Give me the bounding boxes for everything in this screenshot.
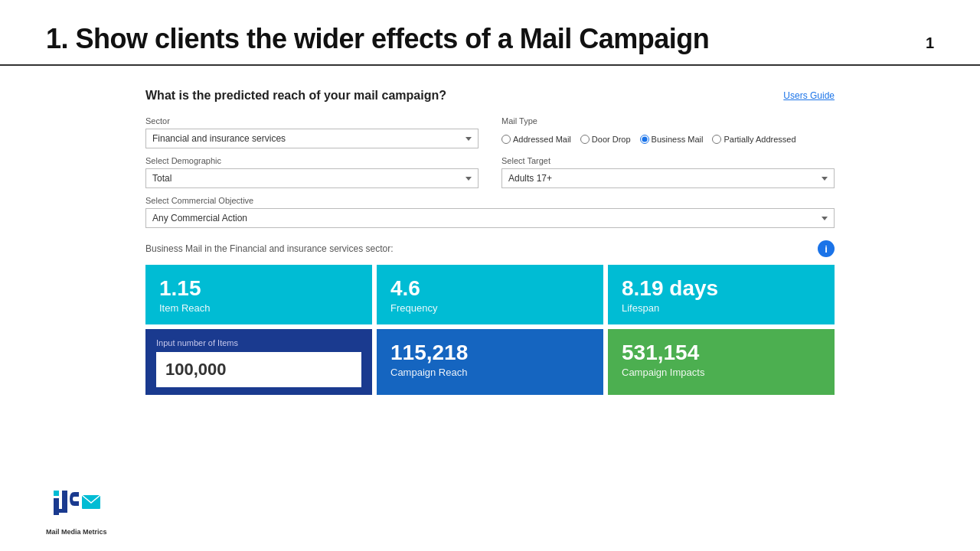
info-text: Business Mail in the Financial and insur… xyxy=(145,243,393,254)
input-items-label: Input number of Items xyxy=(156,338,361,347)
demographic-label: Select Demographic xyxy=(145,156,479,165)
lifespan-label: Lifespan xyxy=(622,302,821,314)
frequency-label: Frequency xyxy=(390,302,590,314)
sector-label: Sector xyxy=(145,116,479,126)
campaign-reach-card: 115,218 Campaign Reach xyxy=(377,329,603,395)
bottom-cards-row: Input number of Items 115,218 Campaign R… xyxy=(145,329,835,395)
frequency-card: 4.6 Frequency xyxy=(377,265,603,324)
input-items-field[interactable] xyxy=(156,352,361,387)
radio-door-drop[interactable]: Door Drop xyxy=(580,135,631,144)
demographic-group: Select Demographic Total Male Female xyxy=(145,156,479,188)
svg-rect-4 xyxy=(62,491,67,513)
item-reach-label: Item Reach xyxy=(159,302,358,314)
question-text: What is the predicted reach of your mail… xyxy=(145,89,446,103)
users-guide-link[interactable]: Users Guide xyxy=(783,90,835,101)
svg-rect-5 xyxy=(57,509,63,513)
header: 1. Show clients the wider effects of a M… xyxy=(0,0,980,66)
campaign-impacts-label: Campaign Impacts xyxy=(622,367,821,378)
campaign-impacts-value: 531,154 xyxy=(622,341,821,365)
commercial-objective-label: Select Commercial Objective xyxy=(145,196,835,205)
svg-rect-3 xyxy=(54,491,59,496)
logo-area: Mail Media Metrics xyxy=(46,484,107,536)
question-row: What is the predicted reach of your mail… xyxy=(145,89,835,103)
frequency-value: 4.6 xyxy=(390,277,590,301)
campaign-reach-label: Campaign Reach xyxy=(390,367,590,378)
target-select[interactable]: Adults 17+ Adults 25-54 Adults 55+ xyxy=(501,168,835,188)
demographic-select[interactable]: Total Male Female xyxy=(145,168,479,188)
input-items-card: Input number of Items xyxy=(145,329,372,395)
mail-type-radio-group: Addressed Mail Door Drop Business Mail P… xyxy=(501,129,835,145)
radio-partially-addressed[interactable]: Partially Addressed xyxy=(712,135,795,144)
mail-type-group: Mail Type Addressed Mail Door Drop Busin… xyxy=(501,116,835,148)
info-icon[interactable]: i xyxy=(818,240,835,257)
commercial-objective-group: Select Commercial Objective Any Commerci… xyxy=(145,196,835,228)
slide-number: 1 xyxy=(926,34,934,55)
info-row: Business Mail in the Financial and insur… xyxy=(145,240,835,257)
sector-group: Sector Financial and insurance services … xyxy=(145,116,479,148)
campaign-reach-value: 115,218 xyxy=(390,341,590,365)
target-label: Select Target xyxy=(501,156,835,165)
page-title: 1. Show clients the wider effects of a M… xyxy=(46,23,709,55)
radio-business-mail[interactable]: Business Mail xyxy=(640,135,704,144)
lifespan-value: 8.19 days xyxy=(622,277,821,301)
lifespan-card: 8.19 days Lifespan xyxy=(608,265,835,324)
radio-addressed-mail[interactable]: Addressed Mail xyxy=(501,135,571,144)
mail-type-label: Mail Type xyxy=(501,116,835,126)
form-grid: Sector Financial and insurance services … xyxy=(145,116,835,228)
main-content: What is the predicted reach of your mail… xyxy=(0,66,980,422)
commercial-objective-select[interactable]: Any Commercial Action Purchase Enquiry W… xyxy=(145,208,835,228)
campaign-impacts-card: 531,154 Campaign Impacts xyxy=(608,329,835,395)
item-reach-card: 1.15 Item Reach xyxy=(145,265,372,324)
target-group: Select Target Adults 17+ Adults 25-54 Ad… xyxy=(501,156,835,188)
item-reach-value: 1.15 xyxy=(159,277,358,301)
logo-text: Mail Media Metrics xyxy=(46,528,107,536)
top-cards-row: 1.15 Item Reach 4.6 Frequency 8.19 days … xyxy=(145,265,835,324)
sector-select[interactable]: Financial and insurance services Retail … xyxy=(145,129,479,148)
jic-mail-logo xyxy=(50,484,103,527)
